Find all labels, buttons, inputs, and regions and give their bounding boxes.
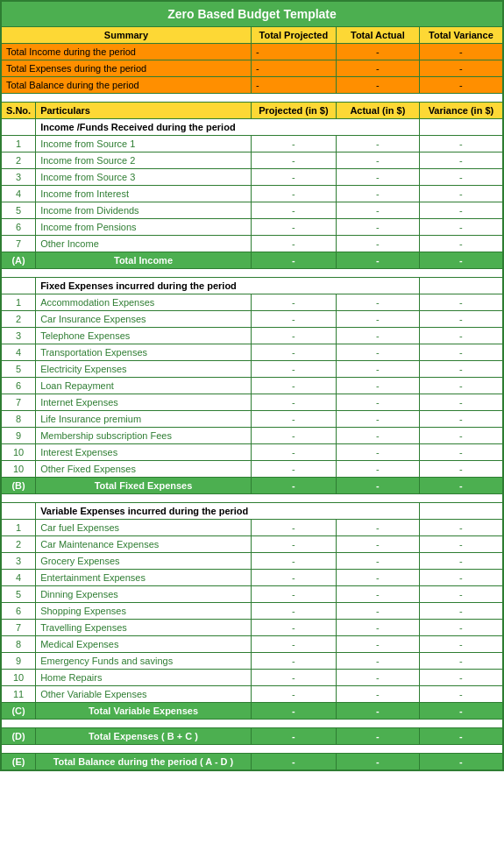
total-expenses-variance: - <box>419 728 503 745</box>
row-variance: - <box>419 444 503 461</box>
row-label: Accommodation Expenses <box>36 294 252 311</box>
row-label: Entertainment Expenses <box>36 570 252 586</box>
summary-income-label: Total Income during the period <box>1 44 251 60</box>
table-row: 8 Medical Expenses - - - <box>1 636 503 653</box>
row-variance: - <box>419 461 503 478</box>
table-row: 8 Life Insurance premium - - - <box>1 411 503 428</box>
row-projected: - <box>251 570 336 586</box>
row-variance: - <box>419 520 503 536</box>
spacer-row-3 <box>1 494 503 503</box>
row-sno: 8 <box>1 636 36 653</box>
row-label: Other Variable Expenses <box>36 686 252 703</box>
fixed-section-title: Fixed Expenses incurred during the perio… <box>36 278 420 294</box>
row-label: Income from Dividends <box>36 202 252 219</box>
column-header-row: S.No. Particulars Projected (in $) Actua… <box>1 103 503 119</box>
table-row: 2 Car Maintenance Expenses - - - <box>1 536 503 553</box>
table-row: 2 Car Insurance Expenses - - - <box>1 311 503 328</box>
variable-section-header: Variable Expenses incurred during the pe… <box>1 503 503 520</box>
spacer-row-2 <box>1 269 503 278</box>
row-projected: - <box>251 186 336 202</box>
total-fixed-projected: - <box>251 478 336 494</box>
row-label: Income from Source 1 <box>36 136 252 152</box>
total-balance-row: (E) Total Balance during the period ( A … <box>1 754 503 771</box>
row-label: Medical Expenses <box>36 636 252 653</box>
row-sno: 1 <box>1 294 36 311</box>
total-balance-label: Total Balance during the period ( A - D … <box>36 754 252 771</box>
total-variable-row: (C) Total Variable Expenses - - - <box>1 703 503 720</box>
row-actual: - <box>336 169 419 186</box>
row-sno: 5 <box>1 586 36 603</box>
row-sno: 6 <box>1 603 36 620</box>
table-row: 5 Electricity Expenses - - - <box>1 361 503 378</box>
total-variable-variance: - <box>419 703 503 720</box>
summary-income-projected: - <box>251 44 336 60</box>
table-row: 3 Grocery Expenses - - - <box>1 553 503 570</box>
table-row: 7 Other Income - - - <box>1 236 503 252</box>
summary-expenses-variance: - <box>419 60 503 77</box>
summary-expenses-projected: - <box>251 60 336 77</box>
table-row: 5 Dinning Expenses - - - <box>1 586 503 603</box>
table-row: 3 Income from Source 3 - - - <box>1 169 503 186</box>
row-label: Income from Interest <box>36 186 252 202</box>
spacer-row-5 <box>1 745 503 754</box>
row-variance: - <box>419 311 503 328</box>
row-actual: - <box>336 236 419 252</box>
row-label: Telephone Expenses <box>36 328 252 344</box>
table-row: 1 Accommodation Expenses - - - <box>1 294 503 311</box>
total-expenses-row: (D) Total Expenses ( B + C ) - - - <box>1 728 503 745</box>
row-projected: - <box>251 603 336 620</box>
income-section-sno <box>1 119 36 136</box>
row-projected: - <box>251 461 336 478</box>
total-fixed-actual: - <box>336 478 419 494</box>
row-actual: - <box>336 603 419 620</box>
total-income-id: (A) <box>1 252 36 269</box>
row-variance: - <box>419 236 503 252</box>
table-row: 4 Entertainment Expenses - - - <box>1 570 503 586</box>
row-projected: - <box>251 328 336 344</box>
row-sno: 10 <box>1 670 36 686</box>
row-actual: - <box>336 428 419 444</box>
row-sno: 11 <box>1 686 36 703</box>
col-total-variance-label: Total Variance <box>419 27 503 44</box>
row-sno: 1 <box>1 136 36 152</box>
col-total-projected-label: Total Projected <box>251 27 336 44</box>
total-income-projected: - <box>251 252 336 269</box>
table-row: 3 Telephone Expenses - - - <box>1 328 503 344</box>
row-sno: 10 <box>1 461 36 478</box>
row-projected: - <box>251 378 336 394</box>
row-label: Life Insurance premium <box>36 411 252 428</box>
row-label: Home Repairs <box>36 670 252 686</box>
table-row: 11 Other Variable Expenses - - - <box>1 686 503 703</box>
row-projected: - <box>251 136 336 152</box>
variable-section-sno <box>1 503 36 520</box>
row-sno: 5 <box>1 361 36 378</box>
row-sno: 8 <box>1 411 36 428</box>
row-projected: - <box>251 361 336 378</box>
row-variance: - <box>419 394 503 411</box>
row-actual: - <box>336 653 419 670</box>
table-row: 10 Interest Expenses - - - <box>1 444 503 461</box>
table-row: 1 Car fuel Expenses - - - <box>1 520 503 536</box>
row-label: Shopping Expenses <box>36 603 252 620</box>
row-variance: - <box>419 186 503 202</box>
row-label: Electricity Expenses <box>36 361 252 378</box>
summary-label: Summary <box>1 27 251 44</box>
total-expenses-projected: - <box>251 728 336 745</box>
row-projected: - <box>251 670 336 686</box>
row-label: Transportation Expenses <box>36 344 252 361</box>
row-variance: - <box>419 670 503 686</box>
row-projected: - <box>251 444 336 461</box>
table-row: 9 Membership subscription Fees - - - <box>1 428 503 444</box>
spacer-row-1 <box>1 94 503 103</box>
row-sno: 7 <box>1 394 36 411</box>
summary-balance-label: Total Balance during the period <box>1 77 251 94</box>
row-actual: - <box>336 520 419 536</box>
row-label: Car Insurance Expenses <box>36 311 252 328</box>
total-variable-id: (C) <box>1 703 36 720</box>
row-label: Income from Source 3 <box>36 169 252 186</box>
table-row: 7 Internet Expenses - - - <box>1 394 503 411</box>
row-actual: - <box>336 553 419 570</box>
row-variance: - <box>419 428 503 444</box>
row-sno: 2 <box>1 311 36 328</box>
row-projected: - <box>251 620 336 636</box>
